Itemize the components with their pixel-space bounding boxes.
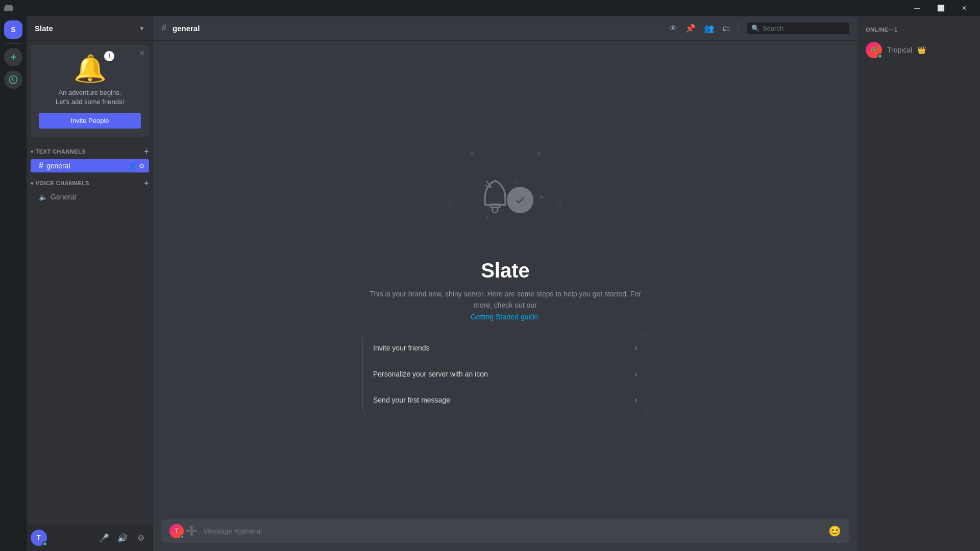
close-button[interactable]: ✕	[952, 0, 976, 16]
input-user-status	[180, 535, 184, 539]
text-channels-label: Text Channels	[36, 148, 86, 155]
messages-area: ✕ ✕ ○ ○ ◇ ◇ ○ ○ + + ✦ ⬚	[153, 41, 857, 519]
welcome-illustration	[477, 178, 533, 218]
invite-people-button[interactable]: Invite People	[39, 113, 141, 129]
member-name-tropical: Tropical	[887, 46, 912, 54]
channel-sidebar: Slate ▼ ✕ 🔔 ! An adventure begins. Let's…	[27, 16, 153, 551]
message-input-area: T ➕ 😊	[153, 519, 857, 551]
deco-x2: ✕	[536, 149, 542, 158]
channel-header-hash-icon: #	[161, 23, 166, 34]
member-item-tropical[interactable]: 🌴 Tropical 👑	[862, 39, 976, 61]
members-icon[interactable]: 👥	[704, 23, 714, 33]
deco-d1: ◇	[447, 198, 453, 208]
action-personalize-label: Personalize your server with an icon	[373, 370, 488, 378]
header-divider	[739, 22, 739, 35]
message-input-wrapper: T ➕ 😊	[161, 519, 849, 543]
decorative-area: ✕ ✕ ○ ○ ◇ ◇ ○ ○ + + ✦ ⬚	[403, 147, 607, 249]
inbox-icon[interactable]: 🗂	[722, 24, 730, 33]
add-text-channel-button[interactable]: +	[144, 147, 149, 156]
voice-channels-label: Voice Channels	[36, 180, 89, 186]
popup-text: An adventure begins. Let's add some frie…	[39, 88, 141, 107]
user-controls: 🎤 🔊 ⚙	[96, 530, 149, 546]
welcome-content: ✕ ✕ ○ ○ ◇ ◇ ○ ○ + + ✦ ⬚	[362, 147, 648, 413]
deco-sq1: ⬚	[541, 178, 548, 186]
speaker-icon: 🔈	[39, 193, 47, 201]
search-placeholder: Search	[763, 24, 783, 32]
voice-channel-general[interactable]: 🔈 General	[31, 191, 149, 203]
check-bubble	[507, 187, 533, 213]
popup-icon-area: 🔔 !	[39, 53, 141, 84]
user-avatar: T	[31, 530, 47, 546]
member-avatar-tropical: 🌴	[866, 42, 882, 58]
minimize-button[interactable]: —	[905, 0, 929, 16]
deco-c1: ○	[454, 178, 457, 183]
welcome-title: Slate	[481, 259, 530, 282]
deafen-button[interactable]: 🔊	[114, 530, 131, 546]
text-channels-category[interactable]: ▾ Text Channels +	[27, 145, 153, 158]
channel-hash-icon: #	[39, 161, 43, 170]
action-list: Invite your friends › Personalize your s…	[362, 335, 648, 413]
header-actions: 👁 📌 👥 🗂 🔍 Search	[669, 22, 849, 35]
search-icon: 🔍	[751, 24, 760, 32]
action-invite-friends[interactable]: Invite your friends ›	[363, 335, 648, 361]
titlebar-controls: — ⬜ ✕	[905, 0, 976, 16]
welcome-desc-text: This is your brand new, shiny server. He…	[370, 290, 641, 309]
emoji-button[interactable]: 😊	[828, 525, 841, 537]
action-personalize-server[interactable]: Personalize your server with an icon ›	[363, 361, 648, 387]
channel-header-name: general	[173, 24, 200, 33]
channel-item-general[interactable]: # general 👤 ⚙	[31, 159, 149, 172]
titlebar-left	[4, 4, 13, 13]
getting-started-link[interactable]: Getting Started guide.	[471, 313, 540, 321]
illus-inner	[477, 178, 533, 218]
channel-actions: 👤 ⚙	[129, 162, 145, 170]
exclamation-badge: !	[104, 51, 114, 61]
deco-d2: ◇	[556, 198, 562, 208]
watch-icon[interactable]: 👁	[669, 24, 677, 33]
settings-button[interactable]: ⚙	[133, 530, 149, 546]
deco-c3: ○	[439, 226, 442, 232]
server-dropdown-icon: ▼	[139, 25, 145, 32]
main-container: S + Slate ▼ ✕ 🔔 ! An adventure begins. L…	[0, 16, 980, 551]
input-user-avatar: T	[169, 524, 184, 538]
deco-x1: ✕	[470, 149, 476, 158]
titlebar: — ⬜ ✕	[0, 0, 980, 16]
user-status-dot	[42, 541, 47, 546]
check-icon	[514, 194, 526, 206]
category-left: ▾ Text Channels	[31, 148, 86, 155]
add-voice-channel-button[interactable]: +	[144, 179, 149, 188]
user-panel: T 🎤 🔊 ⚙	[27, 524, 153, 551]
header-search-box[interactable]: 🔍 Search	[747, 22, 849, 34]
app-logo	[4, 4, 13, 13]
action-chevron-icon-2: ›	[635, 369, 638, 379]
members-sidebar: Online—1 🌴 Tropical 👑	[857, 16, 980, 551]
welcome-description: This is your brand new, shiny server. He…	[362, 288, 648, 322]
channel-members-icon[interactable]: 👤	[129, 162, 137, 170]
server-list: S +	[0, 16, 27, 551]
online-members-label: Online—1	[862, 24, 976, 35]
voice-channels-category[interactable]: ▾ Voice Channels +	[27, 177, 153, 190]
deco-c4: ○	[564, 226, 567, 232]
action-send-label: Send your first message	[373, 396, 450, 404]
channel-settings-icon[interactable]: ⚙	[139, 162, 145, 170]
deco-small1: ✦	[538, 193, 545, 201]
action-send-message[interactable]: Send your first message ›	[363, 387, 648, 413]
category-chevron-icon: ▾	[31, 149, 34, 155]
maximize-button[interactable]: ⬜	[929, 0, 952, 16]
mute-button[interactable]: 🎤	[96, 530, 112, 546]
pin-icon[interactable]: 📌	[685, 23, 696, 33]
voice-category-left: ▾ Voice Channels	[31, 180, 89, 186]
deco-c2: ○	[554, 178, 557, 183]
server-header[interactable]: Slate ▼	[27, 16, 153, 41]
notification-popup: ✕ 🔔 ! An adventure begins. Let's add som…	[31, 45, 149, 137]
add-server-button[interactable]: +	[4, 48, 22, 66]
server-icon-slate[interactable]: S	[4, 20, 22, 39]
discover-button[interactable]	[4, 70, 22, 89]
message-input-field[interactable]	[203, 521, 822, 541]
attach-file-button[interactable]: ➕	[186, 519, 197, 543]
voice-channel-name: General	[51, 193, 76, 201]
popup-line1: An adventure begins.	[59, 89, 121, 96]
input-left-area: T ➕	[169, 519, 197, 543]
channel-list: ▾ Text Channels + # general 👤 ⚙ ▾ Voice …	[27, 141, 153, 524]
server-list-divider	[5, 43, 21, 44]
action-chevron-icon: ›	[635, 343, 638, 353]
